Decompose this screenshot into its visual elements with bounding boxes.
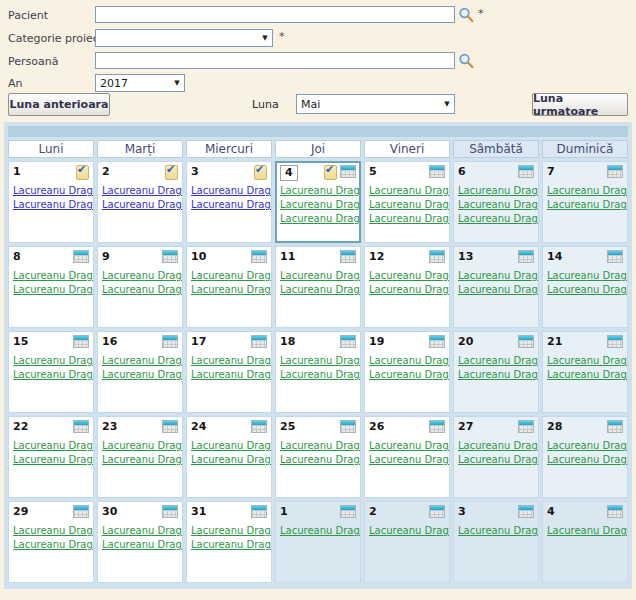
appointment-link[interactable]: Lacureanu Dragos bbox=[191, 355, 267, 366]
add-appointment-calendar-icon[interactable] bbox=[607, 505, 623, 518]
appointment-link[interactable]: Lacureanu Dragos bbox=[547, 199, 623, 210]
appointment-link[interactable]: Lacureanu Dragos bbox=[458, 185, 534, 196]
add-appointment-calendar-icon[interactable] bbox=[73, 335, 89, 348]
appointment-link[interactable]: Lacureanu Dragos bbox=[369, 355, 445, 366]
appointment-link[interactable]: Lacureanu Dragos bbox=[369, 525, 445, 536]
appointment-link[interactable]: Lacureanu Dragos bbox=[102, 539, 178, 550]
an-select[interactable]: 2017 ▼ bbox=[95, 74, 185, 92]
appointment-link[interactable]: Lacureanu Dragos bbox=[280, 440, 356, 451]
appointment-link[interactable]: Lacureanu Dragos bbox=[13, 199, 89, 210]
appointment-link[interactable]: Lacureanu Dragos bbox=[102, 454, 178, 465]
month-select[interactable]: Mai ▼ bbox=[296, 94, 455, 114]
add-appointment-calendar-icon[interactable] bbox=[429, 335, 445, 348]
appointment-link[interactable]: Lacureanu Dragos bbox=[280, 213, 356, 224]
appointment-link[interactable]: Lacureanu Dragos bbox=[191, 525, 267, 536]
appointment-link[interactable]: Lacureanu Dragos bbox=[102, 199, 178, 210]
add-appointment-calendar-icon[interactable] bbox=[340, 335, 356, 348]
add-appointment-calendar-icon[interactable] bbox=[429, 165, 445, 178]
appointment-link[interactable]: Lacureanu Dragos bbox=[280, 369, 356, 380]
add-appointment-calendar-icon[interactable] bbox=[518, 250, 534, 263]
appointment-link[interactable]: Lacureanu Dragos bbox=[547, 185, 623, 196]
appointment-link[interactable]: Lacureanu Dragos bbox=[458, 284, 534, 295]
add-appointment-calendar-icon[interactable] bbox=[340, 505, 356, 518]
appointment-link[interactable]: Lacureanu Dragos bbox=[547, 525, 623, 536]
appointment-link[interactable]: Lacureanu Dragos bbox=[369, 199, 445, 210]
appointment-link[interactable]: Lacureanu Dragos bbox=[13, 355, 89, 366]
add-appointment-calendar-icon[interactable] bbox=[162, 250, 178, 263]
add-appointment-calendar-icon[interactable] bbox=[73, 505, 89, 518]
appointment-link[interactable]: Lacureanu Dragos bbox=[369, 213, 445, 224]
appointment-link[interactable]: Lacureanu Dragos bbox=[458, 440, 534, 451]
appointment-link[interactable]: Lacureanu Dragos bbox=[369, 270, 445, 281]
appointment-link[interactable]: Lacureanu Dragos bbox=[369, 185, 445, 196]
appointment-link[interactable]: Lacureanu Dragos bbox=[191, 369, 267, 380]
appointment-link[interactable]: Lacureanu Dragos bbox=[458, 270, 534, 281]
appointment-link[interactable]: Lacureanu Dragos bbox=[13, 440, 89, 451]
persoana-input[interactable] bbox=[95, 52, 455, 69]
appointment-check-icon[interactable]: ✔ bbox=[165, 165, 178, 180]
appointment-check-icon[interactable]: ✔ bbox=[324, 165, 337, 180]
add-appointment-calendar-icon[interactable] bbox=[251, 250, 267, 263]
add-appointment-calendar-icon[interactable] bbox=[251, 420, 267, 433]
appointment-link[interactable]: Lacureanu Dragos bbox=[280, 284, 356, 295]
appointment-link[interactable]: Lacureanu Dragos bbox=[458, 355, 534, 366]
categorie-proiect-select[interactable]: ▼ bbox=[95, 29, 273, 47]
add-appointment-calendar-icon[interactable] bbox=[73, 250, 89, 263]
persoana-search-icon[interactable] bbox=[458, 52, 474, 69]
appointment-link[interactable]: Lacureanu Dragos bbox=[191, 270, 267, 281]
appointment-link[interactable]: Lacureanu Dragos bbox=[280, 185, 356, 196]
appointment-link[interactable]: Lacureanu Dragos bbox=[13, 270, 89, 281]
previous-month-button[interactable]: Luna anterioara bbox=[8, 93, 110, 116]
add-appointment-calendar-icon[interactable] bbox=[607, 335, 623, 348]
appointment-link[interactable]: Lacureanu Dragos bbox=[369, 369, 445, 380]
appointment-link[interactable]: Lacureanu Dragos bbox=[280, 454, 356, 465]
appointment-check-icon[interactable]: ✔ bbox=[76, 165, 89, 180]
appointment-link[interactable]: Lacureanu Dragos bbox=[13, 369, 89, 380]
add-appointment-calendar-icon[interactable] bbox=[607, 420, 623, 433]
appointment-link[interactable]: Lacureanu Dragos bbox=[13, 284, 89, 295]
add-appointment-calendar-icon[interactable] bbox=[340, 165, 356, 178]
appointment-link[interactable]: Lacureanu Dragos bbox=[458, 525, 534, 536]
appointment-link[interactable]: Lacureanu Dragos bbox=[191, 440, 267, 451]
appointment-link[interactable]: Lacureanu Dragos bbox=[547, 454, 623, 465]
add-appointment-calendar-icon[interactable] bbox=[340, 250, 356, 263]
add-appointment-calendar-icon[interactable] bbox=[518, 420, 534, 433]
appointment-link[interactable]: Lacureanu Dragos bbox=[458, 199, 534, 210]
appointment-link[interactable]: Lacureanu Dragos bbox=[280, 270, 356, 281]
appointment-link[interactable]: Lacureanu Dragos bbox=[102, 525, 178, 536]
appointment-link[interactable]: Lacureanu Dragos bbox=[458, 369, 534, 380]
appointment-link[interactable]: Lacureanu Dragos bbox=[280, 199, 356, 210]
appointment-link[interactable]: Lacureanu Dragos bbox=[191, 284, 267, 295]
add-appointment-calendar-icon[interactable] bbox=[340, 420, 356, 433]
appointment-link[interactable]: Lacureanu Dragos bbox=[547, 270, 623, 281]
add-appointment-calendar-icon[interactable] bbox=[251, 335, 267, 348]
appointment-link[interactable]: Lacureanu Dragos bbox=[102, 284, 178, 295]
appointment-link[interactable]: Lacureanu Dragos bbox=[458, 454, 534, 465]
add-appointment-calendar-icon[interactable] bbox=[162, 505, 178, 518]
appointment-link[interactable]: Lacureanu Dragos bbox=[13, 539, 89, 550]
appointment-link[interactable]: Lacureanu Dragos bbox=[13, 525, 89, 536]
appointment-link[interactable]: Lacureanu Dragos bbox=[102, 440, 178, 451]
appointment-link[interactable]: Lacureanu Dragos bbox=[102, 355, 178, 366]
appointment-link[interactable]: Lacureanu Dragos bbox=[547, 355, 623, 366]
appointment-link[interactable]: Lacureanu Dragos bbox=[191, 539, 267, 550]
add-appointment-calendar-icon[interactable] bbox=[429, 420, 445, 433]
appointment-link[interactable]: Lacureanu Dragos bbox=[547, 440, 623, 451]
add-appointment-calendar-icon[interactable] bbox=[607, 250, 623, 263]
appointment-link[interactable]: Lacureanu Dragos bbox=[458, 213, 534, 224]
add-appointment-calendar-icon[interactable] bbox=[162, 420, 178, 433]
appointment-link[interactable]: Lacureanu Dragos bbox=[13, 185, 89, 196]
appointment-check-icon[interactable]: ✔ bbox=[254, 165, 267, 180]
appointment-link[interactable]: Lacureanu Dragos bbox=[547, 369, 623, 380]
add-appointment-calendar-icon[interactable] bbox=[607, 165, 623, 178]
appointment-link[interactable]: Lacureanu Dragos bbox=[369, 284, 445, 295]
add-appointment-calendar-icon[interactable] bbox=[518, 335, 534, 348]
add-appointment-calendar-icon[interactable] bbox=[518, 165, 534, 178]
appointment-link[interactable]: Lacureanu Dragos bbox=[191, 454, 267, 465]
appointment-link[interactable]: Lacureanu Dragos bbox=[102, 270, 178, 281]
appointment-link[interactable]: Lacureanu Dragos bbox=[102, 185, 178, 196]
add-appointment-calendar-icon[interactable] bbox=[162, 335, 178, 348]
appointment-link[interactable]: Lacureanu Dragos bbox=[191, 199, 267, 210]
appointment-link[interactable]: Lacureanu Dragos bbox=[547, 284, 623, 295]
appointment-link[interactable]: Lacureanu Dragos bbox=[102, 369, 178, 380]
